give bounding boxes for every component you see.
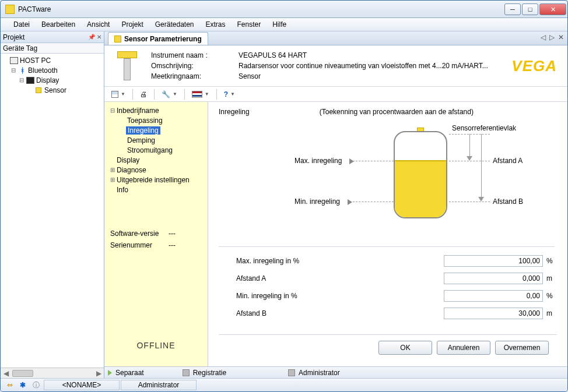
menu-datei[interactable]: Datei (8, 19, 36, 30)
min-adjust-label: Min. inregeling (294, 197, 356, 206)
input-min-percent[interactable] (444, 290, 543, 302)
input-distance-b[interactable] (444, 308, 543, 319)
status-star-icon[interactable]: ✱ (17, 380, 29, 390)
nav-info[interactable]: Info (107, 185, 205, 195)
value-meetkringnaam: Sensor (239, 72, 500, 80)
project-tree[interactable]: HOST PC ⊟ᚼBluetooth ⊟Display Sensor (1, 54, 104, 368)
maximize-button[interactable]: □ (522, 3, 538, 15)
toolbar-help-button[interactable]: ?▼ (222, 89, 237, 100)
app-statusbar: ⇔ ✱ ⓘ <NONAME> Administrator (1, 378, 567, 391)
device-image-icon (115, 51, 139, 80)
offline-indicator: OFFLINE (104, 341, 208, 350)
status-noname: <NONAME> (44, 380, 120, 390)
toolbar-language-button[interactable]: ▼ (190, 90, 212, 99)
status-admin: Administrator (299, 369, 340, 377)
value-omschrijving: Radarsensor voor continue niveaumeting v… (239, 62, 500, 70)
software-version-value: --- (169, 229, 176, 238)
status-admin-icon (288, 369, 295, 376)
arrow-right-icon (348, 199, 352, 205)
nav-diagnose[interactable]: ⊞Diagnose (107, 165, 205, 175)
project-pane-title: Projekt (3, 33, 24, 41)
status-arrows-icon[interactable]: ⇔ (4, 380, 16, 390)
sensor-reference-label: Sensorreferentievlak (452, 124, 516, 132)
scroll-left-icon[interactable]: ◀ (1, 369, 11, 377)
menu-geraetedaten[interactable]: Gerätedaten (149, 19, 200, 30)
input-distance-a[interactable] (444, 273, 543, 284)
arrow-down-icon (467, 156, 472, 161)
nav-toepassing[interactable]: Toepassing (107, 115, 205, 125)
minimize-button[interactable]: ─ (504, 3, 521, 15)
dialog-buttons: OK Annuleren Overnemen (219, 334, 557, 361)
tree-item-display[interactable]: ⊟Display (2, 75, 103, 85)
nav-display[interactable]: Display (107, 155, 205, 165)
print-icon: 🖨 (140, 90, 147, 98)
max-adjust-label: Max. inregeling (294, 157, 357, 165)
menu-bearbeiten[interactable]: Bearbeiten (36, 19, 81, 30)
tab-prev-icon[interactable]: ◁ (541, 33, 546, 41)
close-button[interactable]: ✕ (539, 3, 566, 15)
field-min-percent: Min. inregeling in %% (219, 290, 557, 302)
separator (219, 246, 555, 247)
nav-inregeling[interactable]: Inregeling (107, 125, 205, 135)
apply-button[interactable]: Overnemen (495, 341, 549, 355)
main-pane: Sensor Parametrierung ◁ ▷ ✕ Instrument n… (104, 31, 567, 378)
field-distance-b: Afstand Bm (219, 308, 557, 319)
adjustment-diagram: Sensorreferentievlak Max. inregeling Min… (219, 124, 557, 235)
input-max-percent[interactable] (444, 255, 543, 267)
nav-stroomuitgang[interactable]: Stroomuitgang (107, 145, 205, 155)
bluetooth-icon: ᚼ (20, 66, 24, 75)
distance-b-label: Afstand B (493, 197, 523, 206)
tab-next-icon[interactable]: ▷ (549, 33, 555, 41)
window-title: PACTware (18, 5, 51, 13)
serial-number-value: --- (169, 241, 176, 249)
param-title: Inregeling (219, 108, 250, 116)
field-max-percent: Max. inregeling in %% (219, 255, 557, 267)
status-administrator: Administrator (121, 380, 197, 390)
label-instrument-naam: Instrument naam : (151, 51, 227, 59)
nav-inbedrijfname[interactable]: ⊟Inbedrijfname (107, 105, 205, 115)
menu-extras[interactable]: Extras (200, 19, 232, 30)
project-pane: Projekt 📌 ✕ Geräte Tag HOST PC ⊟ᚼBluetoo… (1, 31, 104, 378)
software-version-label: Software-versie (110, 229, 169, 238)
status-separaat: Separaat (115, 369, 144, 377)
nav-uitgebreide[interactable]: ⊞Uitgebreide instellingen (107, 175, 205, 185)
project-scrollbar[interactable]: ◀ ▶ (1, 368, 104, 378)
pc-icon (10, 57, 18, 64)
status-registratie: Registratie (193, 369, 226, 377)
tree-item-hostpc[interactable]: HOST PC (2, 55, 103, 65)
status-play-icon (108, 370, 112, 376)
menu-hilfe[interactable]: Hilfe (267, 19, 292, 30)
sensor-tab-icon (114, 36, 121, 43)
tab-close-icon[interactable]: ✕ (558, 33, 564, 41)
menu-projekt[interactable]: Projekt (115, 19, 149, 30)
toolbar-layout-button[interactable]: ▼ (109, 90, 128, 99)
ok-button[interactable]: OK (378, 341, 432, 355)
status-registratie-icon (183, 369, 190, 376)
pin-icon[interactable]: 📌 ✕ (88, 34, 101, 40)
device-header: Instrument naam : Omschrijving: Meetkrin… (104, 45, 567, 87)
nav-demping[interactable]: Demping (107, 135, 205, 145)
status-info-icon[interactable]: ⓘ (30, 380, 43, 390)
tank-icon (394, 131, 447, 218)
field-distance-a: Afstand Am (219, 273, 557, 284)
serial-number-label: Serienummer (110, 241, 169, 249)
param-hint: (Toekenning van procentwaarden aan de af… (320, 108, 474, 116)
value-instrument-naam: VEGAPULS 64 HART (239, 51, 500, 59)
tab-sensor-parametrierung[interactable]: Sensor Parametrierung (108, 32, 208, 45)
toolbar-print-button[interactable]: 🖨 (138, 89, 149, 100)
menubar: Datei Bearbeiten Ansicht Projekt Geräted… (1, 18, 567, 31)
cancel-button[interactable]: Annuleren (437, 341, 490, 355)
help-icon: ? (224, 90, 228, 98)
scroll-thumb[interactable] (12, 370, 33, 377)
device-statusbar: Separaat Registratie Administrator (104, 366, 567, 378)
toolbar-tools-button[interactable]: 🔧▼ (159, 89, 180, 100)
label-meetkringnaam: Meetkringnaam: (151, 72, 227, 80)
tree-item-bluetooth[interactable]: ⊟ᚼBluetooth (2, 65, 103, 75)
titlebar: PACTware ─ □ ✕ (1, 1, 567, 18)
menu-fenster[interactable]: Fenster (232, 19, 267, 30)
tab-strip: Sensor Parametrierung ◁ ▷ ✕ (104, 31, 567, 45)
sensor-icon (36, 87, 41, 93)
tree-item-sensor[interactable]: Sensor (2, 85, 103, 95)
menu-ansicht[interactable]: Ansicht (81, 19, 115, 30)
scroll-right-icon[interactable]: ▶ (93, 369, 104, 377)
